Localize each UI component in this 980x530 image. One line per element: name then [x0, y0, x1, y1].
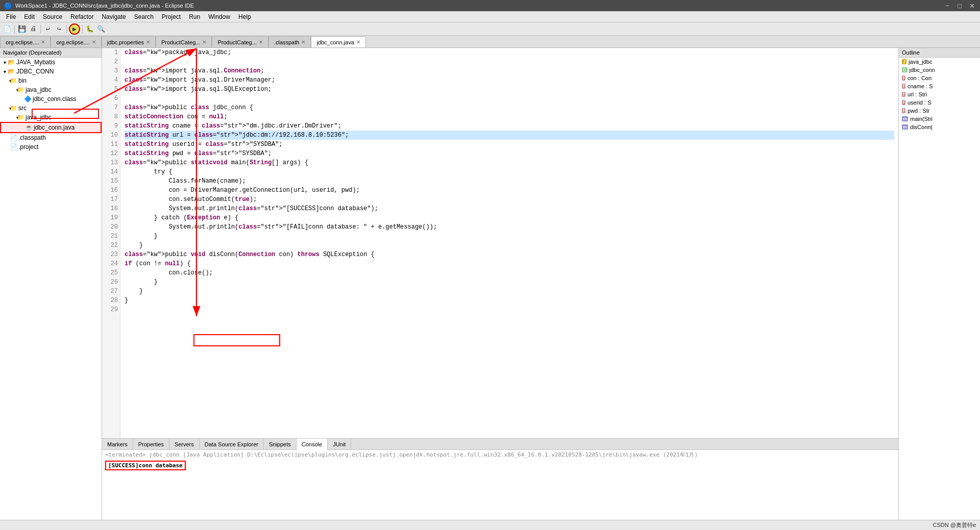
nav-label: bin [18, 77, 27, 84]
tab-jdbc-properties[interactable]: jdbc.properties✕ [102, 36, 156, 47]
line-num-8: 8 [104, 112, 118, 121]
bottom-tab-markers[interactable]: Markers [102, 439, 133, 450]
tab-org-eclipse----[interactable]: org.eclipse....✕ [0, 36, 51, 47]
toolbar-undo[interactable]: ↩ [43, 24, 53, 34]
bottom-tab-properties[interactable]: Properties [133, 439, 169, 450]
nav-item--project[interactable]: 📄.project [0, 142, 102, 152]
sep3 [66, 25, 67, 33]
nav-label: java_jdbc [26, 86, 52, 93]
code-line-17: con.setAutoCommit(true); [125, 195, 894, 204]
menu-item-search[interactable]: Search [130, 12, 158, 21]
menu-item-edit[interactable]: Edit [20, 12, 39, 21]
toolbar-debug[interactable]: 🐛 [85, 24, 95, 34]
code-line-13: class="kw">public static void main(Strin… [125, 158, 894, 167]
navigator-header: Navigator (Deprecated) [0, 48, 102, 58]
navigator-title: Navigator (Deprecated) [3, 49, 61, 56]
outline-item-main-Stri[interactable]: mmain(Stri [899, 115, 980, 123]
outline-tree: Jjava_jdbcCjdbc_connfcon : Confcname : S… [899, 58, 980, 131]
line-num-28: 28 [104, 296, 118, 305]
bottom-tab-snippets[interactable]: Snippets [264, 439, 297, 450]
code-line-12: static String pwd = class="str">"SYSDBA"… [125, 149, 894, 158]
nav-item-JAVA-Mybatis[interactable]: ▾📂JAVA_Mybatis [0, 58, 102, 67]
toolbar-save[interactable]: 💾 [17, 24, 27, 34]
navigator-tree: ▾📂JAVA_Mybatis▾📂JDBC_CONN▾📁bin▾📁java_jdb… [0, 58, 102, 152]
outline-label: cname : S [908, 83, 933, 89]
code-line-5: class="kw">import java.sql.SQLException; [125, 85, 894, 94]
bottom-content: <terminated> jdbc_conn [Java Application… [102, 450, 898, 520]
code-content[interactable]: class="kw">package java_jdbc;class="kw">… [120, 48, 898, 438]
outline-item-userid---S[interactable]: fuserid : S [899, 98, 980, 107]
line-num-3: 3 [104, 66, 118, 75]
menu-item-help[interactable]: Help [234, 12, 255, 21]
menu-item-navigate[interactable]: Navigate [97, 12, 130, 21]
nav-label: .project [18, 143, 38, 150]
line-num-5: 5 [104, 85, 118, 94]
tab-org-eclipse----[interactable]: org.eclipse....✕ [51, 36, 101, 47]
tab-jdbc-conn-java[interactable]: jdbc_conn.java✕ [311, 36, 365, 47]
menu-item-refactor[interactable]: Refactor [66, 12, 97, 21]
line-num-12: 12 [104, 149, 118, 158]
code-line-15: Class.forName(cname); [125, 176, 894, 186]
window-title: WorkSpace1 - JDBC_CONN/src/java_jdbc/jdb… [15, 3, 194, 9]
nav-item-JDBC-CONN[interactable]: ▾📂JDBC_CONN [0, 67, 102, 76]
tab-ProductCateg---[interactable]: ProductCateg...✕ [212, 36, 268, 47]
nav-label: .classpath [18, 134, 46, 141]
code-line-21: } [125, 232, 894, 241]
bottom-tab-servers[interactable]: Servers [169, 439, 200, 450]
outline-item-jdbc-conn[interactable]: Cjdbc_conn [899, 66, 980, 74]
navigator-pane: Navigator (Deprecated) ▾📂JAVA_Mybatis▾📂J… [0, 48, 102, 520]
outline-item-java-jdbc[interactable]: Jjava_jdbc [899, 58, 980, 66]
code-line-26: } [125, 277, 894, 287]
toolbar-run[interactable]: ▶ [69, 23, 80, 35]
outline-header: Outline [899, 48, 980, 58]
minimize-button[interactable]: − [943, 2, 951, 10]
outline-item-url---Stri[interactable]: furl : Stri [899, 90, 980, 98]
line-num-21: 21 [104, 232, 118, 241]
nav-item--classpath[interactable]: 📄.classpath [0, 133, 102, 142]
code-line-22: } [125, 241, 894, 250]
toolbar-print[interactable]: 🖨 [28, 24, 38, 34]
code-line-4: class="kw">import java.sql.DriverManager… [125, 75, 894, 85]
code-line-20: System.out.println(class="str">"[FAIL]co… [125, 222, 894, 232]
code-line-27: } [125, 287, 894, 296]
close-button[interactable]: ✕ [968, 2, 976, 10]
toolbar-search[interactable]: 🔍 [96, 24, 106, 34]
tab-ProductCateg---[interactable]: ProductCateg...✕ [156, 36, 212, 47]
outline-item-pwd---Str[interactable]: fpwd : Str [899, 107, 980, 115]
toolbar-redo[interactable]: ↪ [54, 24, 64, 34]
code-line-9: static String cname = class="str">"dm.jd… [125, 121, 894, 131]
bottom-tab-console[interactable]: Console [297, 439, 328, 450]
line-num-10: 10 [104, 131, 118, 140]
nav-item-src[interactable]: ▾📁src [0, 104, 102, 113]
nav-item-java-jdbc[interactable]: ▾📁java_jdbc [0, 85, 102, 94]
outline-label: java_jdbc [909, 59, 932, 65]
line-num-17: 17 [104, 195, 118, 204]
nav-item-jdbc-conn-class[interactable]: 🔷jdbc_conn.class [0, 94, 102, 104]
outline-item-con---Con[interactable]: fcon : Con [899, 74, 980, 82]
code-line-28: } [125, 296, 894, 305]
code-editor[interactable]: 1234567891011121314151617181920212223242… [102, 48, 898, 438]
maximize-button[interactable]: □ [955, 2, 964, 10]
title-bar: 🔵 WorkSpace1 - JDBC_CONN/src/java_jdbc/j… [0, 0, 980, 11]
bottom-tab-junit[interactable]: JUnit [328, 439, 351, 450]
outline-item-disConn-[interactable]: mdisConn( [899, 123, 980, 131]
line-num-24: 24 [104, 259, 118, 268]
outline-item-cname---S[interactable]: fcname : S [899, 82, 980, 90]
outline-label: main(Stri [910, 116, 933, 122]
menu-item-run[interactable]: Run [185, 12, 204, 21]
menu-item-source[interactable]: Source [39, 12, 66, 21]
menu-item-window[interactable]: Window [204, 12, 234, 21]
menu-item-project[interactable]: Project [158, 12, 185, 21]
nav-item-java-jdbc[interactable]: ▾📁java_jdbc [0, 113, 102, 122]
nav-item-bin[interactable]: ▾📁bin [0, 76, 102, 85]
menu-item-file[interactable]: File [2, 12, 20, 21]
tab--classpath[interactable]: .classpath✕ [268, 36, 311, 47]
nav-item-jdbc-conn-java[interactable]: ☕jdbc_conn.java [0, 122, 102, 133]
bottom-tab-data-source-explorer[interactable]: Data Source Explorer [200, 439, 264, 450]
sep1 [14, 25, 15, 33]
toolbar-new[interactable]: 📄 [2, 24, 12, 34]
code-line-24: if (con != null) { [125, 259, 894, 268]
code-line-23: class="kw">public void disConn(Connectio… [125, 250, 894, 259]
code-line-1: class="kw">package java_jdbc; [125, 48, 894, 57]
tab-bar: org.eclipse....✕org.eclipse....✕jdbc.pro… [0, 36, 980, 48]
